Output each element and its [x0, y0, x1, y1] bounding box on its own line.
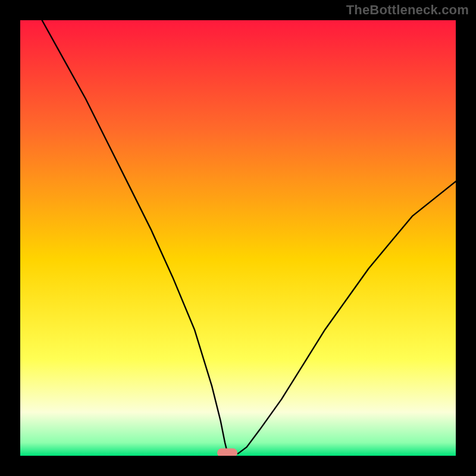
chart-svg — [20, 20, 456, 456]
plot-area — [20, 20, 456, 456]
watermark-text: TheBottleneck.com — [346, 2, 469, 18]
heat-gradient-bg — [20, 20, 456, 456]
chart-frame: TheBottleneck.com — [0, 0, 476, 476]
